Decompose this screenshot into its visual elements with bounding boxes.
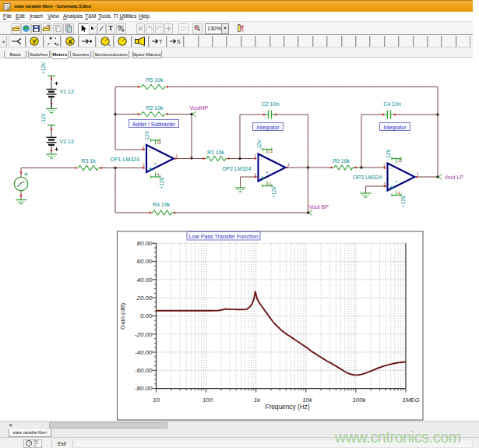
svg-text:T: T <box>108 25 113 32</box>
svg-text:S: S <box>177 39 181 44</box>
svg-text:T: T <box>159 39 163 44</box>
